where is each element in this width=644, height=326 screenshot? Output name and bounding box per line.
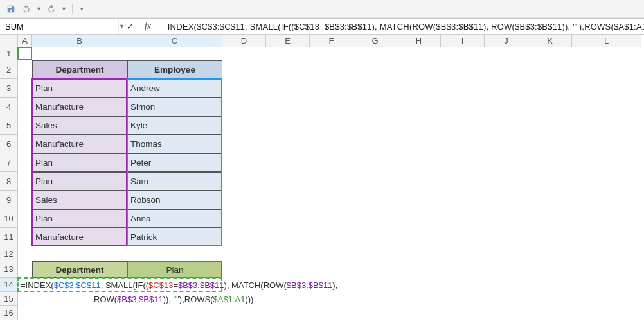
undo-dropdown-icon[interactable]: ▼ — [36, 6, 42, 12]
cell-dept-4[interactable]: Manufacture — [32, 98, 127, 116]
row-header-3[interactable]: 3 — [0, 79, 18, 98]
column-header-B[interactable]: B — [32, 35, 127, 47]
row-header-14[interactable]: 14 — [0, 278, 18, 292]
cell-emp-9[interactable]: Robson — [127, 191, 222, 209]
lookup-label[interactable]: Department — [32, 261, 127, 278]
cell-dept-11[interactable]: Manufacture — [32, 228, 127, 246]
formula-input[interactable]: =INDEX($C$3:$C$11, SMALL(IF(($C$13=$B$3:… — [157, 19, 644, 34]
quick-access-toolbar: ▼ ▼ ▾ — [0, 0, 644, 18]
column-header-I[interactable]: I — [441, 35, 485, 47]
column-header-E[interactable]: E — [266, 35, 310, 47]
column-header-D[interactable]: D — [222, 35, 266, 47]
cell-dept-3[interactable]: Plan — [32, 79, 127, 98]
customize-qat-icon[interactable]: ▾ — [80, 6, 84, 12]
formula-cell-line2[interactable]: ROW($B$3:$B$11)), ""),ROWS($A$1:A1))) — [91, 292, 348, 306]
worksheet-grid[interactable]: ABCDEFGHIJKL 12345678910111213141516 Dep… — [0, 35, 644, 326]
column-header-H[interactable]: H — [397, 35, 441, 47]
cell-dept-5[interactable]: Sales — [32, 116, 127, 135]
cell-dept-8[interactable]: Plan — [32, 172, 127, 191]
header-employee[interactable]: Employee — [127, 60, 222, 79]
lookup-value[interactable]: Plan — [127, 261, 222, 278]
cell-emp-3[interactable]: Andrew — [127, 79, 222, 98]
row-header-2[interactable]: 2 — [0, 60, 18, 79]
cell-dept-10[interactable]: Plan — [32, 209, 127, 228]
row-header-4[interactable]: 4 — [0, 98, 18, 116]
row-header-7[interactable]: 7 — [0, 153, 18, 172]
cell-dept-9[interactable]: Sales — [32, 191, 127, 209]
row-header-11[interactable]: 11 — [0, 228, 18, 246]
undo-icon[interactable] — [21, 3, 32, 15]
row-header-16[interactable]: 16 — [0, 306, 18, 320]
select-all-corner[interactable] — [0, 35, 18, 47]
formula-bar: ▼ ✕ ✓ fx =INDEX($C$3:$C$11, SMALL(IF(($C… — [0, 18, 644, 35]
cell-emp-10[interactable]: Anna — [127, 209, 222, 228]
row-header-1[interactable]: 1 — [0, 47, 18, 60]
column-header-G[interactable]: G — [353, 35, 397, 47]
row-header-12[interactable]: 12 — [0, 246, 18, 261]
cell-dept-6[interactable]: Manufacture — [32, 135, 127, 153]
row-header-15[interactable]: 15 — [0, 292, 18, 306]
cell-emp-5[interactable]: Kyle — [127, 116, 222, 135]
save-icon[interactable] — [5, 3, 17, 15]
fx-icon: fx — [145, 21, 151, 31]
column-header-L[interactable]: L — [572, 35, 641, 47]
row-header-10[interactable]: 10 — [0, 209, 18, 228]
row-header-9[interactable]: 9 — [0, 191, 18, 209]
cell-emp-6[interactable]: Thomas — [127, 135, 222, 153]
row-header-13[interactable]: 13 — [0, 261, 18, 278]
cell-emp-11[interactable]: Patrick — [127, 228, 222, 246]
column-header-F[interactable]: F — [310, 35, 353, 47]
column-header-J[interactable]: J — [485, 35, 528, 47]
cell-emp-8[interactable]: Sam — [127, 172, 222, 191]
cell-dept-7[interactable]: Plan — [32, 153, 127, 172]
name-box[interactable] — [0, 19, 118, 34]
redo-icon[interactable] — [46, 3, 57, 15]
check-icon: ✓ — [127, 22, 134, 31]
column-header-K[interactable]: K — [528, 35, 572, 47]
row-header-6[interactable]: 6 — [0, 135, 18, 153]
formula-cell-line1[interactable]: =INDEX($C$3:$C$11, SMALL(IF(($C$13=$B$3:… — [18, 278, 352, 292]
cell-emp-4[interactable]: Simon — [127, 98, 222, 116]
ref-range-A1 — [17, 47, 32, 60]
row-header-8[interactable]: 8 — [0, 172, 18, 191]
cell-emp-7[interactable]: Peter — [127, 153, 222, 172]
insert-function-button[interactable]: fx — [139, 19, 157, 34]
column-header-A[interactable]: A — [18, 35, 32, 47]
header-department[interactable]: Department — [32, 60, 127, 79]
name-box-dropdown-icon[interactable]: ▼ — [118, 19, 125, 34]
column-header-C[interactable]: C — [127, 35, 222, 47]
redo-dropdown-icon[interactable]: ▼ — [61, 6, 67, 12]
row-header-5[interactable]: 5 — [0, 116, 18, 135]
